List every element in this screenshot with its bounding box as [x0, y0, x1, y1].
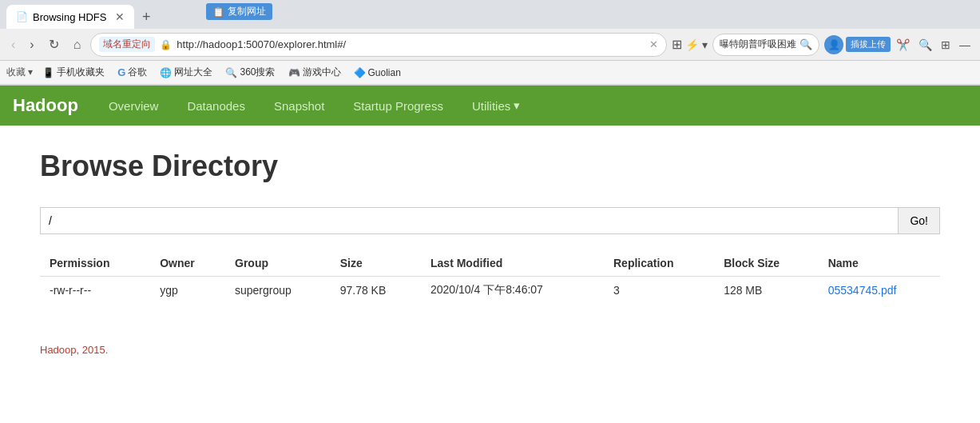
bookmark-guolian-icon: 🔷	[354, 67, 366, 78]
col-size: Size	[331, 250, 421, 277]
col-name: Name	[819, 250, 940, 277]
copy-url-banner[interactable]: 📋 复制网址	[206, 3, 272, 20]
file-link[interactable]: 05534745.pdf	[828, 284, 897, 297]
forward-button[interactable]: ›	[25, 36, 38, 54]
bookmark-360-icon: 🔍	[225, 67, 237, 78]
nav-overview-label: Overview	[109, 99, 159, 113]
lightning-icon: ⚡	[685, 38, 699, 51]
bookmarks-toggle-label: 收藏	[6, 66, 26, 78]
file-table: Permission Owner Group Size Last Modifie…	[40, 250, 940, 304]
col-replication: Replication	[604, 250, 714, 277]
bookmark-google-icon: G	[117, 66, 125, 78]
cell-size: 97.78 KB	[331, 277, 421, 305]
table-row: -rw-r--r-- ygp supergroup 97.78 KB 2020/…	[40, 277, 940, 305]
bookmark-web-label: 网址大全	[174, 66, 212, 79]
bookmark-mobile[interactable]: 📱 手机收藏夹	[39, 64, 108, 81]
bookmark-guolian-label: Guolian	[368, 67, 401, 78]
upload-button-label: 插拔上传	[851, 39, 886, 49]
redirect-badge: 域名重定向	[99, 37, 155, 52]
nav-snapshot-label: Snapshot	[274, 99, 324, 113]
hadoop-navbar: Hadoop Overview Datanodes Snapshot Start…	[0, 86, 980, 126]
main-content: Browse Directory Go! Permission Owner Gr…	[0, 126, 980, 328]
active-tab[interactable]: 📄 Browsing HDFS ✕	[6, 5, 134, 29]
cell-owner: ygp	[150, 277, 225, 305]
lock-icon: 🔒	[160, 39, 172, 50]
search-bar-text: 曝特朗普呼吸困难	[720, 38, 796, 51]
page-title: Browse Directory	[40, 150, 940, 183]
tab-bar: 📄 Browsing HDFS ✕ + 📋 复制网址	[0, 0, 980, 29]
bookmark-web[interactable]: 🌐 网址大全	[157, 64, 216, 81]
table-header-row: Permission Owner Group Size Last Modifie…	[40, 250, 940, 277]
bookmark-google-label: 谷歌	[128, 66, 147, 79]
new-tab-button[interactable]: +	[137, 9, 156, 26]
nav-utilities[interactable]: Utilities ▾	[458, 87, 534, 124]
col-permission: Permission	[40, 250, 150, 277]
nav-datanodes-label: Datanodes	[187, 99, 245, 113]
bookmark-games-label: 游戏中心	[303, 66, 341, 79]
col-last-modified: Last Modified	[421, 250, 604, 277]
magnify-button[interactable]: 🔍	[915, 37, 935, 53]
tab-title: Browsing HDFS	[33, 11, 106, 23]
col-block-size: Block Size	[714, 250, 819, 277]
minimize-button[interactable]: —	[956, 37, 974, 53]
bookmark-mobile-icon: 📱	[42, 67, 54, 78]
address-bar[interactable]: 域名重定向 🔒 http://hadoop1:50070/explorer.ht…	[90, 33, 667, 57]
cell-name: 05534745.pdf	[819, 277, 940, 305]
tab-grid-area: ⊞ ⚡ ▾	[672, 37, 708, 52]
col-owner: Owner	[150, 250, 225, 277]
cell-last-modified: 2020/10/4 下午8:46:07	[421, 277, 604, 305]
tab-icon: 📄	[16, 11, 28, 22]
hadoop-logo: Hadoop	[13, 95, 78, 116]
bookmark-mobile-label: 手机收藏夹	[57, 66, 105, 79]
nav-bar: ‹ › ↻ ⌂ 域名重定向 🔒 http://hadoop1:50070/exp…	[0, 29, 980, 61]
grid-menu-button[interactable]: ⊞	[938, 37, 954, 53]
chevron-down-icon[interactable]: ▾	[702, 38, 708, 51]
toolbar-right: 👤 插拔上传 ✂️ 🔍 ⊞ —	[824, 35, 974, 54]
bookmark-google[interactable]: G 谷歌	[114, 64, 150, 81]
search-bar[interactable]: 曝特朗普呼吸困难 🔍	[712, 34, 819, 56]
cell-group: supergroup	[225, 277, 331, 305]
path-bar: Go!	[40, 207, 940, 234]
bookmark-360[interactable]: 🔍 360搜索	[222, 64, 278, 81]
go-button[interactable]: Go!	[899, 207, 940, 234]
close-url-icon[interactable]: ✕	[649, 38, 658, 50]
nav-startup-progress[interactable]: Startup Progress	[339, 88, 458, 124]
file-table-body: -rw-r--r-- ygp supergroup 97.78 KB 2020/…	[40, 277, 940, 305]
profile-button[interactable]: 👤	[824, 35, 843, 54]
utilities-dropdown-icon: ▾	[514, 98, 520, 113]
nav-startup-progress-label: Startup Progress	[353, 99, 443, 113]
search-icon[interactable]: 🔍	[799, 38, 812, 50]
url-text: http://hadoop1:50070/explorer.html#/	[177, 38, 645, 50]
refresh-button[interactable]: ↻	[44, 35, 64, 54]
bookmark-360-label: 360搜索	[240, 66, 275, 79]
footer: Hadoop, 2015.	[0, 328, 980, 372]
nav-utilities-label: Utilities	[472, 99, 510, 113]
cell-block-size: 128 MB	[714, 277, 819, 305]
nav-overview[interactable]: Overview	[94, 88, 173, 124]
bookmarks-toggle[interactable]: 收藏 ▾	[6, 66, 33, 79]
cell-replication: 3	[604, 277, 714, 305]
col-group: Group	[225, 250, 331, 277]
grid-icon: ⊞	[672, 37, 682, 52]
bookmark-games-icon: 🎮	[288, 67, 300, 78]
cell-permission: -rw-r--r--	[40, 277, 150, 305]
home-button[interactable]: ⌂	[69, 36, 86, 54]
bookmark-guolian[interactable]: 🔷 Guolian	[351, 66, 404, 80]
copy-icon: 📋	[212, 6, 224, 18]
bookmark-games[interactable]: 🎮 游戏中心	[285, 64, 344, 81]
bookmarks-bar: 收藏 ▾ 📱 手机收藏夹 G 谷歌 🌐 网址大全 🔍 360搜索 🎮 游戏中心	[0, 61, 980, 85]
bookmark-web-icon: 🌐	[160, 67, 172, 78]
back-button[interactable]: ‹	[6, 36, 20, 54]
path-input[interactable]	[40, 207, 899, 234]
upload-button[interactable]: 插拔上传	[846, 37, 891, 52]
copy-banner-label: 复制网址	[228, 5, 266, 18]
scissors-button[interactable]: ✂️	[893, 37, 913, 53]
nav-snapshot[interactable]: Snapshot	[260, 88, 339, 124]
footer-text: Hadoop, 2015.	[40, 344, 108, 356]
tab-close-button[interactable]: ✕	[115, 10, 125, 23]
nav-datanodes[interactable]: Datanodes	[173, 88, 260, 124]
